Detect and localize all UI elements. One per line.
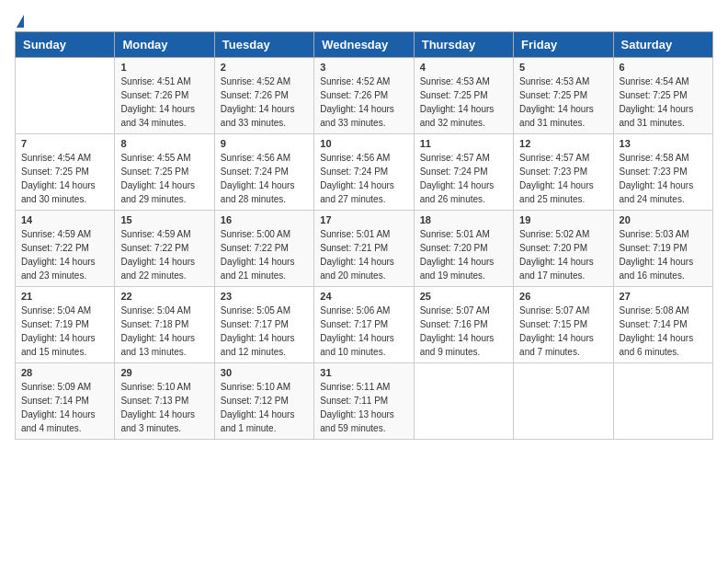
logo	[15, 15, 26, 24]
daylight-text: Daylight: 14 hours and 32 minutes.	[420, 104, 495, 128]
calendar-cell: 16 Sunrise: 5:00 AM Sunset: 7:22 PM Dayl…	[214, 211, 313, 287]
calendar-cell: 29 Sunrise: 5:10 AM Sunset: 7:13 PM Dayl…	[115, 363, 214, 440]
daylight-text: Daylight: 14 hours and 12 minutes.	[221, 333, 295, 357]
sunrise-text: Sunrise: 5:04 AM	[120, 305, 190, 316]
day-number: 9	[221, 138, 308, 149]
calendar-cell: 18 Sunrise: 5:01 AM Sunset: 7:20 PM Dayl…	[414, 211, 513, 287]
sunrise-text: Sunrise: 4:57 AM	[519, 153, 589, 163]
daylight-text: Daylight: 14 hours and 10 minutes.	[320, 333, 394, 357]
sunset-text: Sunset: 7:11 PM	[320, 396, 388, 406]
cell-info: Sunrise: 4:52 AM Sunset: 7:26 PM Dayligh…	[221, 75, 308, 130]
sunset-text: Sunset: 7:17 PM	[320, 319, 388, 329]
calendar-cell: 10 Sunrise: 4:56 AM Sunset: 7:24 PM Dayl…	[314, 134, 414, 211]
calendar-cell: 20 Sunrise: 5:03 AM Sunset: 7:19 PM Dayl…	[613, 211, 712, 287]
cell-info: Sunrise: 4:51 AM Sunset: 7:26 PM Dayligh…	[120, 75, 208, 130]
sunrise-text: Sunrise: 5:01 AM	[320, 229, 390, 239]
sunset-text: Sunset: 7:25 PM	[519, 90, 587, 100]
col-header-thursday: Thursday	[414, 32, 513, 58]
daylight-text: Daylight: 14 hours and 27 minutes.	[320, 180, 394, 204]
sunset-text: Sunset: 7:14 PM	[620, 319, 688, 329]
daylight-text: Daylight: 14 hours and 19 minutes.	[420, 257, 495, 281]
week-row-5: 28 Sunrise: 5:09 AM Sunset: 7:14 PM Dayl…	[16, 363, 713, 440]
day-number: 8	[120, 138, 208, 149]
sunset-text: Sunset: 7:14 PM	[21, 396, 89, 406]
sunrise-text: Sunrise: 5:08 AM	[620, 305, 689, 316]
day-number: 14	[21, 214, 108, 225]
calendar-cell: 19 Sunrise: 5:02 AM Sunset: 7:20 PM Dayl…	[514, 211, 613, 287]
daylight-text: Daylight: 13 hours and 59 minutes.	[320, 409, 394, 433]
cell-info: Sunrise: 4:59 AM Sunset: 7:22 PM Dayligh…	[21, 227, 108, 282]
sunset-text: Sunset: 7:19 PM	[620, 243, 688, 253]
day-number: 15	[120, 214, 208, 225]
cell-info: Sunrise: 4:54 AM Sunset: 7:25 PM Dayligh…	[21, 151, 108, 206]
cell-info: Sunrise: 5:07 AM Sunset: 7:16 PM Dayligh…	[420, 304, 507, 359]
cell-info: Sunrise: 5:02 AM Sunset: 7:20 PM Dayligh…	[519, 227, 607, 282]
calendar-cell: 2 Sunrise: 4:52 AM Sunset: 7:26 PM Dayli…	[214, 58, 313, 134]
calendar-cell: 26 Sunrise: 5:07 AM Sunset: 7:15 PM Dayl…	[514, 287, 613, 363]
cell-info: Sunrise: 4:54 AM Sunset: 7:25 PM Dayligh…	[620, 75, 707, 130]
sunrise-text: Sunrise: 5:07 AM	[420, 305, 490, 316]
week-row-3: 14 Sunrise: 4:59 AM Sunset: 7:22 PM Dayl…	[16, 211, 713, 287]
sunset-text: Sunset: 7:24 PM	[320, 167, 388, 177]
calendar-cell: 17 Sunrise: 5:01 AM Sunset: 7:21 PM Dayl…	[314, 211, 414, 287]
sunrise-text: Sunrise: 4:53 AM	[519, 76, 589, 86]
day-number: 5	[519, 62, 607, 73]
cell-info: Sunrise: 5:11 AM Sunset: 7:11 PM Dayligh…	[320, 380, 407, 435]
calendar-cell	[414, 363, 513, 440]
day-number: 16	[221, 214, 308, 225]
sunset-text: Sunset: 7:25 PM	[120, 167, 188, 177]
sunset-text: Sunset: 7:26 PM	[221, 90, 289, 100]
sunrise-text: Sunrise: 4:55 AM	[120, 153, 190, 163]
cell-info: Sunrise: 4:53 AM Sunset: 7:25 PM Dayligh…	[519, 75, 607, 130]
day-number: 21	[21, 291, 108, 302]
sunset-text: Sunset: 7:20 PM	[519, 243, 587, 253]
day-number: 19	[519, 214, 607, 225]
daylight-text: Daylight: 14 hours and 7 minutes.	[519, 333, 594, 357]
sunset-text: Sunset: 7:21 PM	[320, 243, 388, 253]
cell-info: Sunrise: 5:01 AM Sunset: 7:20 PM Dayligh…	[420, 227, 507, 282]
sunset-text: Sunset: 7:25 PM	[21, 167, 89, 177]
sunrise-text: Sunrise: 5:10 AM	[120, 382, 190, 392]
daylight-text: Daylight: 14 hours and 22 minutes.	[120, 257, 195, 281]
day-number: 13	[620, 138, 707, 149]
day-number: 12	[519, 138, 607, 149]
sunrise-text: Sunrise: 4:51 AM	[120, 76, 190, 86]
sunset-text: Sunset: 7:15 PM	[519, 319, 587, 329]
cell-info: Sunrise: 4:52 AM Sunset: 7:26 PM Dayligh…	[320, 75, 407, 130]
sunrise-text: Sunrise: 4:52 AM	[320, 76, 390, 86]
calendar-cell: 30 Sunrise: 5:10 AM Sunset: 7:12 PM Dayl…	[214, 363, 313, 440]
cell-info: Sunrise: 5:10 AM Sunset: 7:12 PM Dayligh…	[221, 380, 308, 435]
sunrise-text: Sunrise: 5:01 AM	[420, 229, 490, 239]
daylight-text: Daylight: 14 hours and 6 minutes.	[620, 333, 694, 357]
calendar-cell: 7 Sunrise: 4:54 AM Sunset: 7:25 PM Dayli…	[16, 134, 115, 211]
col-header-sunday: Sunday	[16, 32, 115, 58]
cell-info: Sunrise: 4:56 AM Sunset: 7:24 PM Dayligh…	[221, 151, 308, 206]
daylight-text: Daylight: 14 hours and 28 minutes.	[221, 180, 295, 204]
col-header-wednesday: Wednesday	[314, 32, 414, 58]
calendar-cell: 9 Sunrise: 4:56 AM Sunset: 7:24 PM Dayli…	[214, 134, 313, 211]
sunset-text: Sunset: 7:20 PM	[420, 243, 488, 253]
day-number: 4	[420, 62, 507, 73]
cell-info: Sunrise: 5:01 AM Sunset: 7:21 PM Dayligh…	[320, 227, 407, 282]
day-number: 23	[221, 291, 308, 302]
sunrise-text: Sunrise: 5:00 AM	[221, 229, 290, 239]
daylight-text: Daylight: 14 hours and 13 minutes.	[120, 333, 195, 357]
calendar-cell: 27 Sunrise: 5:08 AM Sunset: 7:14 PM Dayl…	[613, 287, 712, 363]
sunrise-text: Sunrise: 5:02 AM	[519, 229, 589, 239]
sunrise-text: Sunrise: 4:58 AM	[620, 153, 689, 163]
calendar-cell: 11 Sunrise: 4:57 AM Sunset: 7:24 PM Dayl…	[414, 134, 513, 211]
col-header-saturday: Saturday	[613, 32, 712, 58]
daylight-text: Daylight: 14 hours and 31 minutes.	[620, 104, 694, 128]
sunrise-text: Sunrise: 4:56 AM	[221, 153, 290, 163]
daylight-text: Daylight: 14 hours and 23 minutes.	[21, 257, 96, 281]
daylight-text: Daylight: 14 hours and 29 minutes.	[120, 180, 195, 204]
day-number: 3	[320, 62, 407, 73]
calendar-cell: 22 Sunrise: 5:04 AM Sunset: 7:18 PM Dayl…	[115, 287, 214, 363]
day-number: 11	[420, 138, 507, 149]
sunset-text: Sunset: 7:23 PM	[620, 167, 688, 177]
daylight-text: Daylight: 14 hours and 16 minutes.	[620, 257, 694, 281]
daylight-text: Daylight: 14 hours and 17 minutes.	[519, 257, 594, 281]
sunrise-text: Sunrise: 5:04 AM	[21, 305, 91, 316]
cell-info: Sunrise: 5:03 AM Sunset: 7:19 PM Dayligh…	[620, 227, 707, 282]
cell-info: Sunrise: 5:04 AM Sunset: 7:18 PM Dayligh…	[120, 304, 208, 359]
